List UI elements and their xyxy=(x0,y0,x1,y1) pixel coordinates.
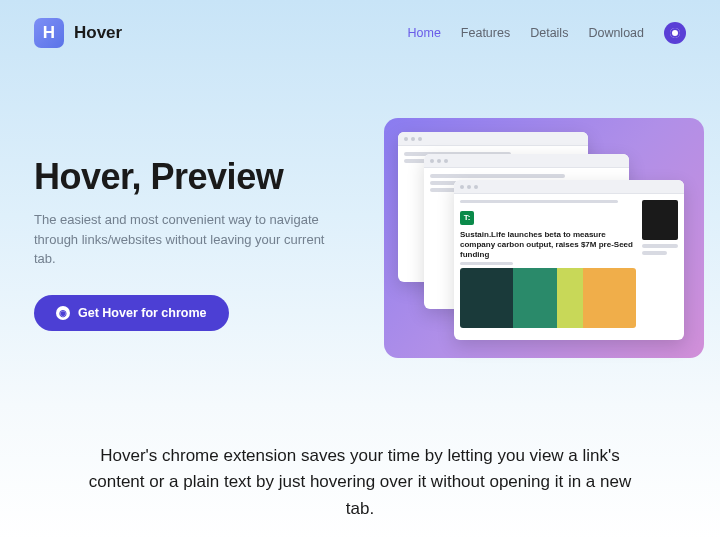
nav-features[interactable]: Features xyxy=(461,26,510,40)
brand[interactable]: H Hover xyxy=(34,18,122,48)
hero-copy: Hover, Preview The easiest and most conv… xyxy=(34,118,364,378)
cta-label: Get Hover for chrome xyxy=(78,306,207,320)
tagline: Hover's chrome extension saves your time… xyxy=(80,443,640,522)
browser-window-front: T: Sustain.Life launches beta to measure… xyxy=(454,180,684,340)
chrome-store-icon[interactable] xyxy=(664,22,686,44)
hero-illustration: T: Sustain.Life launches beta to measure… xyxy=(384,118,686,378)
techcrunch-icon: T: xyxy=(460,211,474,225)
nav-details[interactable]: Details xyxy=(530,26,568,40)
header: H Hover Home Features Details Download xyxy=(0,0,720,48)
chrome-icon: ◉ xyxy=(56,306,70,320)
hero-section: Hover, Preview The easiest and most conv… xyxy=(0,48,720,378)
nav-download[interactable]: Download xyxy=(588,26,644,40)
preview-stack: T: Sustain.Life launches beta to measure… xyxy=(384,118,704,358)
logo-letter: H xyxy=(43,23,55,43)
nav-home[interactable]: Home xyxy=(408,26,441,40)
hero-subtitle: The easiest and most convenient way to n… xyxy=(34,210,334,269)
article-image xyxy=(460,268,636,328)
hero-title: Hover, Preview xyxy=(34,156,364,198)
main-nav: Home Features Details Download xyxy=(408,22,687,44)
article-headline: Sustain.Life launches beta to measure co… xyxy=(460,228,636,262)
brand-name: Hover xyxy=(74,23,122,43)
logo-icon: H xyxy=(34,18,64,48)
cta-button[interactable]: ◉ Get Hover for chrome xyxy=(34,295,229,331)
